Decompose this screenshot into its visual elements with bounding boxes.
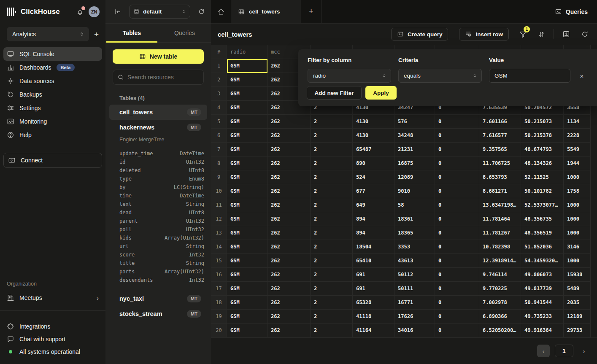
sidebar-item-help[interactable]: Help xyxy=(3,128,102,142)
apply-filter-button[interactable]: Apply xyxy=(365,86,397,100)
cell[interactable]: 0 xyxy=(435,115,479,129)
filter-button[interactable]: 1 xyxy=(516,28,529,40)
cell[interactable]: 50.101782 xyxy=(521,184,564,198)
cell[interactable]: GSM xyxy=(227,87,267,101)
cell[interactable]: 4130 xyxy=(353,115,394,129)
database-select[interactable]: default xyxy=(129,5,190,19)
cell[interactable]: 50.215073 xyxy=(521,115,564,129)
cell[interactable]: 262 xyxy=(267,129,311,143)
cell[interactable]: GSM xyxy=(227,184,267,198)
cell[interactable]: 2228 xyxy=(564,129,591,143)
cell[interactable]: 2 xyxy=(311,129,353,143)
cell[interactable]: 10.782398 xyxy=(479,240,521,254)
refresh-tables-button[interactable] xyxy=(198,8,205,15)
table-item-nyc-taxi[interactable]: nyc_taxi MT xyxy=(109,291,207,306)
cell[interactable]: 9.770225 xyxy=(479,282,521,296)
cell[interactable]: 3146 xyxy=(564,240,591,254)
cell[interactable]: 576 xyxy=(394,115,435,129)
cell[interactable]: 21231 xyxy=(394,143,435,156)
cell[interactable]: 262 xyxy=(267,324,311,337)
new-tab-button[interactable]: + xyxy=(301,0,322,23)
cell[interactable]: 894 xyxy=(353,212,394,226)
cell[interactable]: 0 xyxy=(435,282,479,296)
filter-value-input[interactable] xyxy=(489,69,570,83)
sidebar-item-data-sources[interactable]: Data sources xyxy=(3,74,102,88)
cell[interactable]: 2 xyxy=(311,296,353,310)
sort-button[interactable] xyxy=(535,28,548,40)
cell[interactable]: 48.356735 xyxy=(521,212,564,226)
search-input[interactable] xyxy=(127,74,204,81)
cell[interactable]: 16771 xyxy=(394,296,435,310)
cell[interactable]: 677 xyxy=(353,184,394,198)
cell[interactable]: GSM xyxy=(227,73,267,87)
column-header[interactable]: radio xyxy=(227,45,267,59)
cell[interactable]: 5489 xyxy=(564,282,591,296)
cell[interactable]: 524 xyxy=(353,170,394,184)
cell[interactable]: 2 xyxy=(311,254,353,268)
sidebar-item-meetups[interactable]: Meetups › xyxy=(3,291,102,305)
cell[interactable]: 7.601166 xyxy=(479,115,521,129)
workspace-select[interactable]: Analytics xyxy=(7,27,89,41)
cell[interactable]: 18365 xyxy=(394,226,435,240)
cell[interactable]: 48.674793 xyxy=(521,143,564,156)
sidebar-item-chat-support[interactable]: Chat with support xyxy=(0,333,105,345)
next-page-button[interactable]: › xyxy=(578,345,589,357)
cell[interactable]: 9010 xyxy=(394,184,435,198)
cell[interactable]: 11.781464 xyxy=(479,212,521,226)
cell[interactable]: 0 xyxy=(435,156,479,170)
cell[interactable]: 34016 xyxy=(394,324,435,337)
cell[interactable]: GSM xyxy=(227,143,267,156)
cell[interactable]: GSM xyxy=(227,101,267,115)
cell[interactable]: 2 xyxy=(311,115,353,129)
new-table-button[interactable]: New table xyxy=(113,49,204,64)
connect-button[interactable]: Connect xyxy=(3,153,102,168)
cell[interactable]: 49.735233 xyxy=(521,310,564,324)
cell[interactable]: 4130 xyxy=(353,129,394,143)
cell[interactable]: GSM xyxy=(227,282,267,296)
cell[interactable]: 34248 xyxy=(394,129,435,143)
cell[interactable]: 65328 xyxy=(353,296,394,310)
home-tab-button[interactable] xyxy=(211,0,231,23)
add-workspace-button[interactable]: + xyxy=(94,30,99,38)
cell[interactable]: 0 xyxy=(435,198,479,212)
cell[interactable]: 0 xyxy=(435,324,479,337)
cell[interactable]: 691 xyxy=(353,268,394,282)
tab-queries[interactable]: Queries xyxy=(158,24,211,42)
create-query-button[interactable]: Create query xyxy=(391,28,448,40)
cell[interactable]: GSM xyxy=(227,226,267,240)
cell[interactable]: 262 xyxy=(267,226,311,240)
cell[interactable]: 3353 xyxy=(394,240,435,254)
cell[interactable]: 262 xyxy=(267,198,311,212)
cell[interactable]: 1000 xyxy=(564,254,591,268)
prev-page-button[interactable]: ‹ xyxy=(537,345,550,357)
cell[interactable]: 58 xyxy=(394,198,435,212)
cell[interactable]: 65410 xyxy=(353,254,394,268)
cell[interactable]: 0 xyxy=(435,226,479,240)
cell[interactable]: 49.806073 xyxy=(521,268,564,282)
cell[interactable]: 51.852036 xyxy=(521,240,564,254)
cell[interactable]: 50111 xyxy=(394,282,435,296)
cell[interactable]: 2 xyxy=(311,184,353,198)
cell[interactable]: 11.781267 xyxy=(479,226,521,240)
cell[interactable]: 2 xyxy=(311,268,353,282)
cell[interactable]: 262 xyxy=(267,310,311,324)
cell[interactable]: 49.817739 xyxy=(521,282,564,296)
cell[interactable]: 1134 xyxy=(564,115,591,129)
cell[interactable]: GSM xyxy=(227,59,267,73)
cell[interactable]: 2 xyxy=(311,212,353,226)
cell[interactable]: 262 xyxy=(267,268,311,282)
cell[interactable]: 2035 xyxy=(564,296,591,310)
table-item-cell-towers[interactable]: cell_towers MT xyxy=(109,105,207,120)
cell[interactable]: 262 xyxy=(267,156,311,170)
cell[interactable]: GSM xyxy=(227,240,267,254)
notifications-button[interactable] xyxy=(74,6,85,17)
cell[interactable]: 2 xyxy=(311,324,353,337)
avatar[interactable]: ZN xyxy=(89,6,100,17)
cell[interactable]: GSM xyxy=(227,296,267,310)
cell[interactable]: 12189 xyxy=(564,310,591,324)
cell[interactable]: 262 xyxy=(267,282,311,296)
cell[interactable]: 11.706725 xyxy=(479,156,521,170)
cell[interactable]: GSM xyxy=(227,115,267,129)
filter-column-select[interactable]: radio xyxy=(308,69,391,83)
cell[interactable]: 13.6347198… xyxy=(479,198,521,212)
